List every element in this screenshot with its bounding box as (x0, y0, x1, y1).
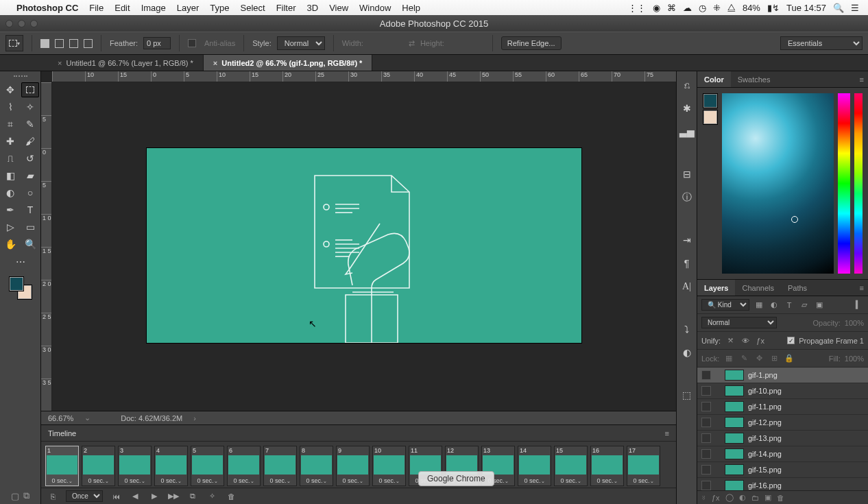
character-icon[interactable]: ⇥ (680, 233, 694, 247)
layer-thumbnail[interactable] (725, 401, 744, 412)
new-layer-icon[interactable]: ▣ (764, 493, 771, 502)
more-tools[interactable]: ⋯ (12, 254, 29, 269)
spotlight-icon[interactable]: 🔍 (833, 3, 844, 13)
menu-file[interactable]: File (89, 3, 104, 13)
chevron-down-icon[interactable]: ⌄ (84, 413, 91, 422)
layer-row[interactable]: gif-16.png (697, 478, 868, 490)
current-tool-icon[interactable]: ▾ (5, 35, 23, 51)
visibility-toggle[interactable] (701, 402, 711, 411)
visibility-toggle[interactable] (701, 370, 711, 380)
menu-edit[interactable]: Edit (114, 3, 130, 13)
panel-menu-icon[interactable]: ≡ (856, 71, 868, 87)
layer-row[interactable]: gif-11.png (697, 399, 868, 415)
menubar-record-icon[interactable]: ◉ (653, 3, 660, 13)
layer-name[interactable]: gif-11.png (748, 403, 782, 411)
type-tool[interactable]: T (21, 202, 39, 217)
new-frame-button[interactable]: ✧ (206, 492, 218, 501)
filter-smart-icon[interactable]: ▣ (814, 300, 825, 309)
tab-layers[interactable]: Layers (697, 280, 735, 296)
clock-text[interactable]: Tue 14:57 (786, 3, 826, 13)
selection-add-icon[interactable] (55, 39, 64, 48)
lock-all-icon[interactable]: 🔒 (784, 354, 795, 363)
tween-button[interactable]: ⧉ (186, 492, 199, 501)
lock-position-icon[interactable]: ✥ (754, 354, 764, 363)
lock-transparent-icon[interactable]: ▦ (723, 354, 734, 363)
layer-row[interactable]: gif-12.png (697, 415, 868, 431)
lasso-tool[interactable]: ⌇ (1, 99, 19, 115)
canvas[interactable]: ↖ (147, 148, 581, 343)
quick-select-tool[interactable]: ✧ (21, 99, 39, 115)
bluetooth-icon[interactable]: ⁜ (713, 3, 721, 13)
close-icon[interactable]: × (213, 59, 217, 67)
layer-name[interactable]: gif-12.png (748, 418, 782, 427)
info-icon[interactable]: ⓘ (680, 191, 694, 204)
filter-adjust-icon[interactable]: ◐ (769, 300, 780, 309)
layer-filter-kind[interactable]: 🔍 Kind (701, 299, 749, 311)
timeline-frame[interactable]: 150 sec.⌄ (554, 446, 588, 486)
layer-row[interactable]: gif-15.png (697, 462, 868, 478)
pen-tool[interactable]: ✒ (1, 202, 19, 217)
color-fg-swatch[interactable] (703, 93, 718, 108)
layer-row[interactable]: gif-14.png (697, 446, 868, 462)
unify-position-icon[interactable]: ⤧ (725, 336, 736, 345)
lock-pixels-icon[interactable]: ✎ (738, 354, 749, 363)
menu-layer[interactable]: Layer (177, 3, 200, 13)
hue-strip-secondary[interactable] (854, 93, 863, 274)
color-bg-swatch[interactable] (703, 110, 718, 125)
menu-window[interactable]: Window (359, 3, 391, 13)
feather-input[interactable] (143, 37, 171, 49)
next-frame-button[interactable]: ▶▶ (167, 492, 180, 501)
ruler-vertical[interactable]: 5051 01 52 02 53 03 5 (41, 82, 52, 411)
layer-thumbnail[interactable] (725, 370, 744, 381)
battery-icon[interactable]: ▮↯ (767, 3, 780, 13)
path-select-tool[interactable]: ▷ (1, 219, 19, 235)
propagate-checkbox[interactable]: ✓ (787, 337, 795, 344)
libraries-icon[interactable]: ⤵ (680, 322, 694, 336)
layer-fx-icon[interactable]: ƒx (712, 494, 720, 502)
layer-name[interactable]: gif-1.png (748, 371, 777, 379)
first-frame-button[interactable]: ⏮ (110, 492, 122, 501)
wifi-icon[interactable]: ⧋ (727, 2, 736, 13)
unify-style-icon[interactable]: ƒx (755, 337, 766, 345)
history-brush-tool[interactable]: ↺ (21, 151, 39, 166)
tab-color[interactable]: Color (697, 71, 731, 87)
loop-select[interactable]: Once (66, 490, 103, 502)
layer-row[interactable]: gif-10.png (697, 383, 868, 399)
visibility-toggle[interactable] (701, 386, 711, 396)
selection-intersect-icon[interactable] (84, 39, 93, 48)
zoom-tool[interactable]: 🔍 (21, 237, 39, 252)
tab-channels[interactable]: Channels (735, 280, 780, 296)
visibility-toggle[interactable] (701, 433, 711, 443)
healing-tool[interactable]: ✚ (1, 134, 19, 149)
menu-help[interactable]: Help (402, 3, 420, 13)
layer-name[interactable]: gif-13.png (748, 434, 782, 442)
layer-thumbnail[interactable] (725, 385, 744, 396)
menu-app[interactable]: Photoshop CC (16, 3, 78, 13)
canvas-viewport[interactable]: ↖ (52, 82, 676, 411)
shape-tool[interactable]: ▭ (21, 219, 39, 235)
delete-frame-button[interactable]: 🗑 (225, 492, 237, 501)
chevron-right-icon[interactable]: › (193, 414, 196, 422)
blend-mode-select[interactable]: Normal (701, 317, 777, 328)
screenmode-icon[interactable]: ⧉ (23, 490, 29, 501)
layer-name[interactable]: gif-10.png (748, 387, 782, 395)
zoom-level[interactable]: 66.67% (48, 414, 73, 422)
new-fill-icon[interactable]: ◐ (739, 493, 746, 502)
3d-icon[interactable]: ⬚ (680, 388, 694, 402)
delete-layer-icon[interactable]: 🗑 (777, 494, 784, 502)
timeline-frame[interactable]: 70 sec.⌄ (263, 446, 297, 486)
layer-thumbnail[interactable] (725, 448, 744, 459)
panel-menu-icon[interactable]: ≡ (665, 429, 669, 437)
dodge-tool[interactable]: ○ (21, 185, 39, 200)
timeline-frame[interactable]: 50 sec.⌄ (191, 446, 224, 486)
layer-mask-icon[interactable]: ◯ (725, 493, 734, 502)
timeline-frame[interactable]: 20 sec.⌄ (82, 446, 115, 486)
layer-name[interactable]: gif-14.png (748, 450, 782, 458)
tab-paths[interactable]: Paths (781, 280, 814, 296)
panel-grip[interactable] (11, 75, 30, 80)
glyphs-icon[interactable]: A| (680, 280, 694, 293)
hue-strip[interactable] (838, 93, 850, 274)
opacity-value[interactable]: 100% (845, 319, 864, 327)
gradient-tool[interactable]: ▰ (21, 168, 39, 183)
selection-new-icon[interactable] (40, 39, 49, 48)
